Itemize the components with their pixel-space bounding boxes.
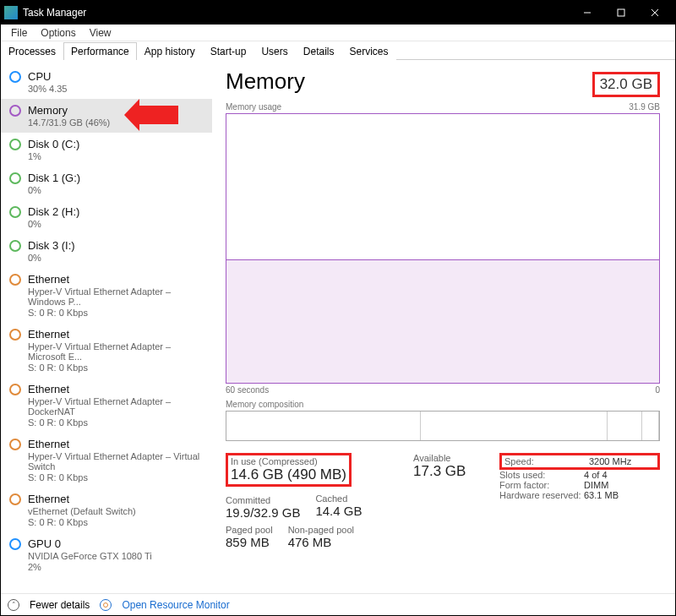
- in-use-box: In use (Compressed) 14.6 GB (490 MB): [226, 453, 352, 487]
- sidebar-item-sub: 0%: [28, 219, 79, 229]
- sidebar-item-sub: vEthernet (Default Switch): [28, 506, 136, 516]
- sidebar-item-memory[interactable]: Memory14.7/31.9 GB (46%): [1, 99, 212, 133]
- sidebar-item-sub: Hyper-V Virtual Ethernet Adapter – Docke…: [28, 396, 204, 417]
- status-ring-icon: [9, 493, 21, 505]
- sidebar-item-ethernet[interactable]: EthernetHyper-V Virtual Ethernet Adapter…: [1, 433, 212, 488]
- tab-startup[interactable]: Start-up: [203, 42, 254, 60]
- status-ring-icon: [9, 538, 21, 550]
- resource-monitor-icon[interactable]: [100, 599, 112, 611]
- available-value: 17.3 GB: [413, 463, 489, 480]
- cached-label: Cached: [315, 493, 362, 504]
- chevron-up-icon[interactable]: ˄: [8, 599, 19, 611]
- chart-fill: [226, 259, 659, 383]
- stats-grid: In use (Compressed) 14.6 GB (490 MB) Com…: [226, 453, 660, 554]
- tab-processes[interactable]: Processes: [1, 42, 63, 60]
- form-val: DIMM: [584, 480, 608, 490]
- sidebar-item-title: CPU: [28, 70, 67, 83]
- menu-view[interactable]: View: [83, 25, 118, 41]
- close-button[interactable]: [638, 1, 672, 25]
- status-ring-icon: [9, 71, 21, 83]
- sidebar-item-sub: 14.7/31.9 GB (46%): [28, 117, 110, 128]
- memory-composition-chart: [226, 411, 660, 441]
- sidebar-item-title: Disk 2 (H:): [28, 205, 79, 218]
- sidebar-item-sub: 0%: [28, 185, 80, 195]
- committed-value: 19.9/32.9 GB: [226, 505, 300, 520]
- status-ring-icon: [9, 329, 21, 341]
- sidebar-item-title: Memory: [28, 104, 110, 117]
- sidebar-item-gpu-0[interactable]: GPU 0NVIDIA GeForce GTX 1080 Ti2%: [1, 532, 212, 577]
- menu-options[interactable]: Options: [34, 25, 82, 41]
- main-panel: Memory 32.0 GB Memory usage 31.9 GB 60 s…: [212, 60, 675, 593]
- annotation-arrow-left: [139, 106, 178, 124]
- sidebar-item-title: Ethernet: [28, 273, 204, 286]
- sidebar-item-ethernet[interactable]: EthernetHyper-V Virtual Ethernet Adapter…: [1, 268, 212, 323]
- tab-services[interactable]: Services: [341, 42, 395, 60]
- tab-performance[interactable]: Performance: [63, 42, 137, 60]
- sidebar-item-title: Disk 0 (C:): [28, 138, 79, 150]
- sidebar-item-title: Ethernet: [28, 383, 204, 395]
- in-use-label: In use (Compressed): [231, 456, 346, 466]
- sidebar-item-ethernet[interactable]: EthernetvEthernet (Default Switch)S: 0 R…: [1, 488, 212, 532]
- sidebar-item-sub: Hyper-V Virtual Ethernet Adapter – Windo…: [28, 286, 204, 307]
- sidebar-item-sub: 0%: [28, 253, 75, 263]
- status-ring-icon: [9, 274, 21, 286]
- tab-app-history[interactable]: App history: [137, 42, 203, 60]
- content-area: CPU30% 4.35Memory14.7/31.9 GB (46%)Disk …: [1, 60, 675, 593]
- speed-key: Speed:: [504, 456, 589, 466]
- axis-right: 0: [655, 385, 660, 395]
- minimize-button[interactable]: [570, 1, 604, 25]
- sidebar-item-title: GPU 0: [28, 537, 152, 550]
- nonpaged-label: Non-paged pool: [288, 525, 354, 535]
- memory-usage-chart: [226, 113, 660, 384]
- sidebar-item-sub2: S: 0 R: 0 Kbps: [28, 417, 204, 428]
- sidebar-item-sub2: S: 0 R: 0 Kbps: [28, 517, 136, 527]
- status-ring-icon: [9, 206, 21, 218]
- performance-sidebar[interactable]: CPU30% 4.35Memory14.7/31.9 GB (46%)Disk …: [1, 60, 212, 593]
- status-ring-icon: [9, 172, 21, 184]
- tab-details[interactable]: Details: [296, 42, 342, 60]
- sidebar-item-title: Disk 1 (G:): [28, 172, 80, 184]
- usage-label: Memory usage: [226, 102, 281, 112]
- paged-value: 859 MB: [226, 535, 273, 549]
- reserved-key: Hardware reserved:: [499, 490, 584, 500]
- sidebar-item-sub: NVIDIA GeForce GTX 1080 Ti: [28, 551, 152, 561]
- status-ring-icon: [9, 139, 21, 150]
- in-use-value: 14.6 GB (490 MB): [231, 466, 346, 483]
- reserved-val: 63.1 MB: [584, 490, 619, 500]
- title-bar: Task Manager: [1, 1, 675, 25]
- sidebar-item-disk-2-h-[interactable]: Disk 2 (H:)0%: [1, 200, 212, 234]
- sidebar-item-disk-1-g-[interactable]: Disk 1 (G:)0%: [1, 166, 212, 200]
- app-icon: [4, 6, 18, 19]
- nonpaged-value: 476 MB: [288, 535, 354, 549]
- usage-max: 31.9 GB: [629, 102, 660, 112]
- axis-left: 60 seconds: [226, 385, 269, 395]
- status-ring-icon: [9, 384, 21, 395]
- available-label: Available: [413, 453, 489, 463]
- menu-file[interactable]: File: [4, 25, 34, 41]
- menu-bar: File Options View: [1, 25, 675, 41]
- form-key: Form factor:: [499, 480, 584, 490]
- sidebar-item-disk-3-i-[interactable]: Disk 3 (I:)0%: [1, 234, 212, 268]
- sidebar-item-ethernet[interactable]: EthernetHyper-V Virtual Ethernet Adapter…: [1, 323, 212, 378]
- maximize-button[interactable]: [604, 1, 638, 25]
- committed-label: Committed: [226, 495, 403, 505]
- speed-box: Speed: 3200 MHz: [499, 453, 660, 470]
- tab-users[interactable]: Users: [254, 42, 295, 60]
- sidebar-item-sub: Hyper-V Virtual Ethernet Adapter – Micro…: [28, 341, 204, 362]
- cached-value: 14.4 GB: [315, 504, 362, 518]
- status-ring-icon: [9, 240, 21, 252]
- sidebar-item-ethernet[interactable]: EthernetHyper-V Virtual Ethernet Adapter…: [1, 378, 212, 433]
- sidebar-item-sub2: S: 0 R: 0 Kbps: [28, 472, 204, 482]
- sidebar-item-cpu[interactable]: CPU30% 4.35: [1, 65, 212, 99]
- sidebar-item-sub2: 2%: [28, 562, 152, 572]
- sidebar-item-disk-0-c-[interactable]: Disk 0 (C:)1%: [1, 133, 212, 166]
- sidebar-item-sub2: S: 0 R: 0 Kbps: [28, 363, 204, 373]
- sidebar-item-sub: Hyper-V Virtual Ethernet Adapter – Virtu…: [28, 451, 204, 472]
- sidebar-item-sub2: S: 0 R: 0 Kbps: [28, 308, 204, 318]
- slots-key: Slots used:: [499, 470, 584, 480]
- fewer-details-link[interactable]: Fewer details: [30, 599, 90, 611]
- sidebar-item-sub: 1%: [28, 151, 79, 161]
- total-memory: 32.0 GB: [592, 72, 660, 97]
- open-resource-monitor-link[interactable]: Open Resource Monitor: [122, 599, 229, 611]
- speed-val: 3200 MHz: [589, 456, 631, 466]
